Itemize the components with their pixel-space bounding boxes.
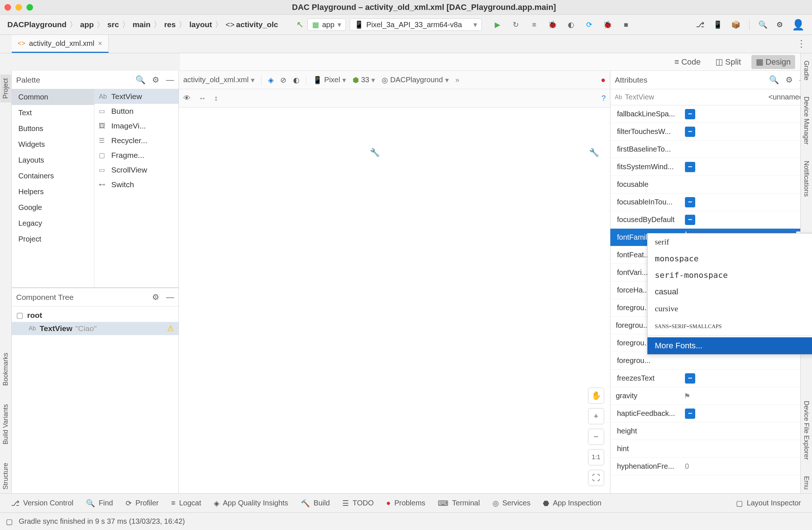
profiler-icon[interactable]: ◐ <box>566 20 576 29</box>
project-tool-tab[interactable]: Project <box>0 75 11 102</box>
device-file-explorer-tab[interactable]: Device File Explorer <box>801 397 812 464</box>
attribute-row[interactable]: focusable▾ <box>610 176 812 193</box>
palette-cat-legacy[interactable]: Legacy <box>12 215 94 231</box>
zoom-out-button[interactable]: − <box>588 429 604 445</box>
zoom-in-button[interactable]: + <box>588 408 604 424</box>
palette-cat-widgets[interactable]: Widgets <box>12 137 94 152</box>
profiler-tab[interactable]: ⟳Profiler <box>126 499 159 508</box>
tab-menu-icon[interactable]: ⋮ <box>797 38 806 50</box>
help-icon[interactable]: ? <box>602 94 606 102</box>
surface-icon[interactable]: ◈ <box>268 76 274 84</box>
palette-cat-buttons[interactable]: Buttons <box>12 121 94 137</box>
palette-cat-common[interactable]: Common <box>12 89 94 105</box>
more-icon[interactable]: » <box>455 76 459 84</box>
bool-indicator[interactable]: − <box>685 127 695 137</box>
attribute-value[interactable]: − <box>682 409 812 419</box>
layout-inspector-tab[interactable]: ▢Layout Inspector <box>736 499 801 508</box>
palette-item-imageview[interactable]: 🖼ImageVi... <box>94 119 178 133</box>
font-option-more-fonts[interactable]: More Fonts... <box>647 337 812 354</box>
gear-icon[interactable]: ⚙ <box>786 75 793 85</box>
palette-cat-containers[interactable]: Containers <box>12 168 94 184</box>
crumb-main[interactable]: main <box>133 20 151 29</box>
palette-cat-google[interactable]: Google <box>12 200 94 215</box>
palette-item-recyclerview[interactable]: ☰Recycler... <box>94 133 178 148</box>
bool-indicator[interactable]: − <box>685 197 695 207</box>
structure-tool-tab[interactable]: Structure <box>0 459 11 493</box>
palette-item-scrollview[interactable]: ▭ScrollView <box>94 163 178 177</box>
font-option-serif[interactable]: serif <box>647 233 812 250</box>
palette-cat-layouts[interactable]: Layouts <box>12 152 94 168</box>
attribute-row[interactable]: hapticFeedback...− <box>610 405 812 422</box>
gear-icon[interactable]: ⚙ <box>152 75 159 85</box>
pan-icon[interactable]: ↔ <box>199 94 206 102</box>
palette-cat-project[interactable]: Project <box>12 231 94 247</box>
build-tab[interactable]: 🔨Build <box>301 499 330 508</box>
avatar-icon[interactable]: 👤 <box>792 19 805 31</box>
git-icon[interactable]: ⎇ <box>696 20 704 29</box>
view-split-button[interactable]: ◫ Split <box>711 55 746 69</box>
app-inspection-tab[interactable]: ⬣App Inspection <box>543 499 601 508</box>
status-icon[interactable]: ▢ <box>6 517 13 526</box>
design-surface[interactable]: 🔧 🔧 ✋ + − 1:1 ⛶ <box>179 108 610 493</box>
gear-icon[interactable]: ⚙ <box>152 293 159 302</box>
notifications-tool-tab[interactable]: Notifications <box>801 157 812 200</box>
attribute-value[interactable]: ▾ <box>682 180 812 189</box>
error-icon[interactable]: ● <box>601 75 606 85</box>
crumb-layout[interactable]: layout <box>189 20 212 29</box>
attribute-row[interactable]: filterTouchesW...− <box>610 123 812 141</box>
device-icon[interactable]: 📱 <box>713 20 722 29</box>
warning-icon[interactable]: ⚠ <box>167 324 174 333</box>
attribute-row[interactable]: ›gravity⚑ <box>610 387 812 405</box>
crumb-file[interactable]: activity_olc <box>236 20 278 29</box>
pan-tool-button[interactable]: ✋ <box>588 388 604 404</box>
breadcrumb[interactable]: DACPlayground〉 app〉 src〉 main〉 res〉 layo… <box>7 19 278 30</box>
search-icon[interactable]: 🔍 <box>769 75 779 85</box>
attribute-row[interactable]: fallbackLineSpa...− <box>610 105 812 123</box>
fit-screen-button[interactable]: ⛶ <box>588 470 604 486</box>
palette-item-button[interactable]: ▭Button <box>94 104 178 119</box>
palette-item-fragment[interactable]: ▢Fragme... <box>94 148 178 163</box>
attribute-value[interactable]: − <box>682 127 812 137</box>
minimize-icon[interactable]: — <box>166 75 174 85</box>
attribute-row[interactable]: hyphenationFre...0▾ <box>610 458 812 475</box>
attribute-value[interactable]: ⚑ <box>681 392 812 400</box>
todo-tab[interactable]: ☰TODO <box>342 499 373 508</box>
crumb-project[interactable]: DACPlayground <box>7 20 66 29</box>
bookmarks-tool-tab[interactable]: Bookmarks <box>0 349 11 389</box>
font-option-monospace[interactable]: monospace <box>647 250 812 267</box>
bool-indicator[interactable]: − <box>685 215 695 225</box>
bool-indicator[interactable]: − <box>685 373 695 384</box>
layout-file-dropdown[interactable]: activity_old_xml.xml▾ <box>183 76 255 84</box>
bool-indicator[interactable]: − <box>685 409 695 419</box>
crumb-app[interactable]: app <box>80 20 94 29</box>
zoom-ratio-button[interactable]: 1:1 <box>588 449 604 465</box>
search-icon[interactable]: 🔍 <box>136 75 145 85</box>
debug-button[interactable]: 🐞 <box>548 20 557 29</box>
theme-dropdown[interactable]: ◎DACPlayground▾ <box>382 76 448 84</box>
tree-root-item[interactable]: ▢ root <box>12 309 178 322</box>
device-dropdown[interactable]: 📱 Pixel_3a_API_33_arm64-v8a ▾ <box>350 18 482 31</box>
palette-item-textview[interactable]: AbTextView <box>94 89 178 104</box>
orientation-icon[interactable]: ⊘ <box>280 76 286 84</box>
build-variants-tool-tab[interactable]: Build Variants <box>0 400 11 448</box>
minimize-icon[interactable]: — <box>166 293 174 302</box>
attribute-row[interactable]: height <box>610 422 812 440</box>
attribute-row[interactable]: freezesText− <box>610 370 812 387</box>
font-option-casual[interactable]: casual <box>647 283 812 300</box>
close-tab-icon[interactable]: × <box>98 39 102 48</box>
view-code-button[interactable]: ≡ Code <box>670 55 705 69</box>
palette-item-switch[interactable]: ⊷Switch <box>94 177 178 192</box>
attribute-row[interactable]: fitsSystemWind...− <box>610 158 812 176</box>
services-tab[interactable]: ◎Services <box>492 499 531 508</box>
attribute-row[interactable]: hint <box>610 440 812 458</box>
run-button[interactable]: ▶ <box>493 20 502 29</box>
attribute-row[interactable]: focusedByDefault− <box>610 211 812 229</box>
palette-cat-text[interactable]: Text <box>12 105 94 121</box>
attribute-row[interactable]: focusableInTou...− <box>610 193 812 211</box>
palette-cat-helpers[interactable]: Helpers <box>12 184 94 200</box>
file-tab-active[interactable]: <> activity_old_xml.xml × <box>12 35 109 53</box>
logcat-tab[interactable]: ≡Logcat <box>171 499 201 507</box>
attribute-row[interactable]: firstBaselineTo... <box>610 141 812 158</box>
version-control-tab[interactable]: ⎇Version Control <box>11 499 73 508</box>
search-icon[interactable]: 🔍 <box>758 20 768 29</box>
